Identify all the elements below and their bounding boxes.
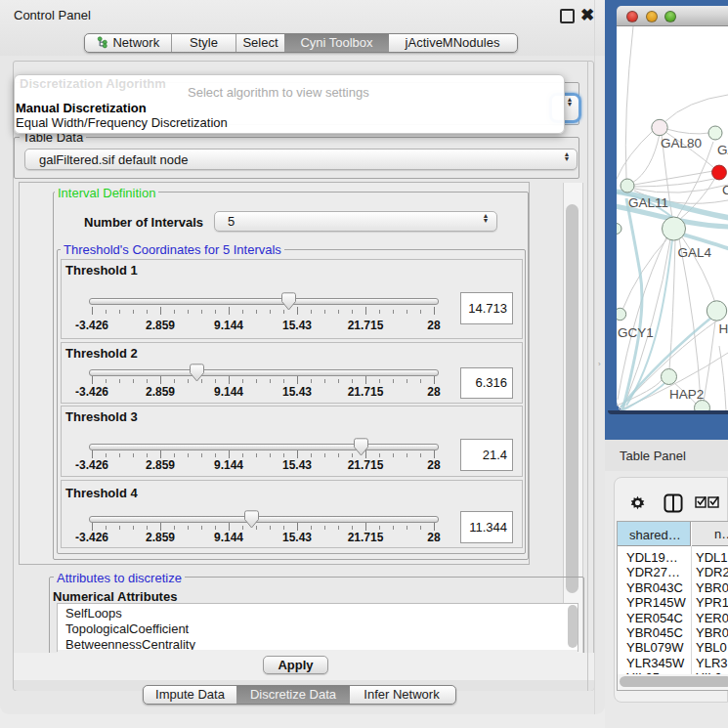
svg-text:GCY1: GCY1 — [618, 325, 654, 340]
svg-text:GAL11: GAL11 — [628, 195, 668, 210]
svg-text:HAP2: HAP2 — [669, 387, 704, 402]
svg-text:GAL4: GAL4 — [678, 245, 712, 260]
svg-text:GAL80: GAL80 — [661, 136, 702, 150]
svg-text:C: C — [722, 183, 728, 197]
svg-text:HI: HI — [719, 321, 728, 336]
svg-text:GAL: GAL — [717, 143, 728, 157]
